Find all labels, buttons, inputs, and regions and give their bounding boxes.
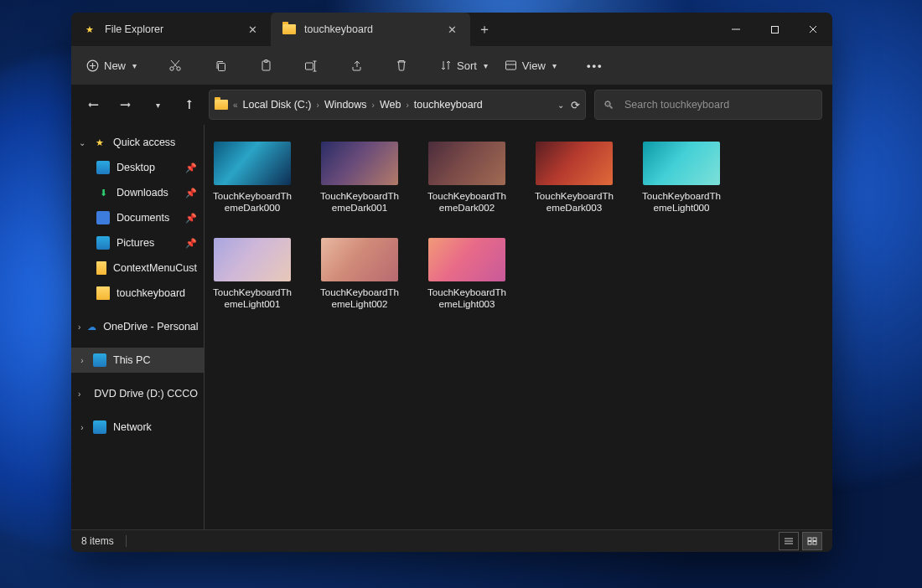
share-button[interactable] <box>335 51 377 80</box>
svg-rect-1 <box>771 26 778 33</box>
file-tile[interactable]: TouchKeyboardThemeDark002 <box>426 142 508 214</box>
ellipsis-icon: ••• <box>587 59 603 72</box>
download-icon: ⬇ <box>96 186 110 199</box>
chevron-down-icon[interactable]: ⌄ <box>557 101 564 110</box>
details-view-button[interactable] <box>779 532 799 550</box>
file-name: TouchKeyboardThemeLight003 <box>426 286 508 311</box>
sidebar-quick-access[interactable]: ⌄ ★ Quick access <box>71 130 204 155</box>
up-button[interactable]: 🠕 <box>177 91 200 118</box>
delete-button[interactable] <box>381 51 422 80</box>
file-tile[interactable]: TouchKeyboardThemeLight000 <box>640 142 723 214</box>
share-icon <box>350 59 363 72</box>
chevron-down-icon: ⌄ <box>78 138 86 147</box>
file-tile[interactable]: TouchKeyboardThemeLight001 <box>211 238 293 311</box>
sidebar-item-onedrive[interactable]: ›☁OneDrive - Personal <box>71 314 204 339</box>
chevron-right-icon: › <box>78 389 80 399</box>
folder-icon <box>215 100 228 110</box>
sidebar-item-label: OneDrive - Personal <box>103 321 198 333</box>
new-label: New <box>104 59 126 72</box>
sidebar-item-label: DVD Drive (D:) CCCO <box>94 388 198 400</box>
view-button[interactable]: View ▾ <box>498 51 563 80</box>
file-name: TouchKeyboardThemeDark000 <box>211 190 293 214</box>
command-bar: New ▾ Sort ▾ View ▾ ••• <box>71 46 832 85</box>
cloud-icon: ☁ <box>87 320 96 333</box>
close-window-button[interactable] <box>794 13 832 46</box>
desktop-icon <box>96 161 110 174</box>
chevron-down-icon: ▾ <box>156 101 160 110</box>
file-name: TouchKeyboardThemeDark002 <box>426 190 508 214</box>
more-button[interactable]: ••• <box>574 51 616 80</box>
file-thumbnail <box>214 142 291 185</box>
crumb-web[interactable]: Web <box>380 99 401 111</box>
cut-button[interactable] <box>154 51 196 80</box>
chevron-right-icon: › <box>78 322 80 332</box>
back-button[interactable]: 🠔 <box>81 91 105 118</box>
sidebar-item-label: Desktop <box>117 162 155 173</box>
star-icon: ★ <box>93 136 106 149</box>
file-name: TouchKeyboardThemeLight002 <box>319 286 401 311</box>
sidebar-item-contextmenu[interactable]: ContextMenuCust <box>71 255 204 281</box>
sidebar-item-this-pc[interactable]: ›This PC <box>71 348 204 373</box>
maximize-button[interactable] <box>755 13 794 46</box>
thumbnails-view-button[interactable] <box>802 532 822 550</box>
paste-button[interactable] <box>245 51 287 80</box>
file-tile[interactable]: TouchKeyboardThemeLight003 <box>426 238 508 311</box>
sort-button[interactable]: Sort ▾ <box>433 51 495 80</box>
file-tile[interactable]: TouchKeyboardThemeLight002 <box>319 238 401 311</box>
address-bar[interactable]: « Local Disk (C:) › Windows › Web › touc… <box>209 90 586 120</box>
crumb-root[interactable]: Local Disk (C:) <box>243 99 312 111</box>
pin-icon: 📌 <box>185 162 197 173</box>
folder-icon <box>96 261 106 275</box>
rename-button[interactable] <box>290 51 332 80</box>
chevron-down-icon: ▾ <box>552 61 557 70</box>
sidebar-item-documents[interactable]: Documents📌 <box>71 205 204 230</box>
svg-rect-25 <box>808 542 811 545</box>
search-icon: 🔍︎ <box>603 99 614 111</box>
file-tile[interactable]: TouchKeyboardThemeDark003 <box>533 142 615 214</box>
sort-label: Sort <box>457 59 477 72</box>
file-tile[interactable]: TouchKeyboardThemeDark000 <box>211 142 293 214</box>
sidebar-item-desktop[interactable]: Desktop📌 <box>71 155 204 180</box>
sidebar-item-pictures[interactable]: Pictures📌 <box>71 230 204 255</box>
crumb-touchkeyboard[interactable]: touchkeyboard <box>414 99 483 111</box>
chevron-right-icon: › <box>78 423 86 432</box>
chevron-right-icon: › <box>372 101 375 110</box>
sidebar-item-dvd[interactable]: ›DVD Drive (D:) CCCO <box>71 381 204 406</box>
star-icon: ★ <box>83 23 96 36</box>
rename-icon <box>304 59 318 72</box>
document-icon <box>96 211 110 224</box>
file-list[interactable]: TouchKeyboardThemeDark000TouchKeyboardTh… <box>205 125 832 529</box>
crumb-windows[interactable]: Windows <box>324 99 367 111</box>
new-button[interactable]: New ▾ <box>80 51 143 80</box>
minimize-button[interactable] <box>717 13 755 46</box>
sidebar-item-network[interactable]: ›Network <box>71 415 204 440</box>
file-explorer-window: ★ File Explorer ✕ touchkeyboard ✕ ＋ New … <box>71 13 832 552</box>
pin-icon: 📌 <box>185 213 197 224</box>
folder-icon <box>96 286 110 300</box>
sidebar-item-label: Pictures <box>117 237 154 249</box>
file-thumbnail <box>321 142 398 185</box>
separator <box>126 535 127 547</box>
copy-button[interactable] <box>199 51 241 80</box>
file-tile[interactable]: TouchKeyboardThemeDark001 <box>319 142 401 214</box>
file-name: TouchKeyboardThemeDark003 <box>533 190 615 214</box>
forward-button[interactable]: 🠖 <box>113 91 137 118</box>
svg-rect-14 <box>306 63 313 70</box>
svg-rect-11 <box>218 63 225 70</box>
chevron-down-icon: ▾ <box>132 61 137 70</box>
sort-icon <box>440 59 452 71</box>
close-tab-icon[interactable]: ✕ <box>445 23 458 36</box>
close-tab-icon[interactable]: ✕ <box>246 23 259 36</box>
add-tab-button[interactable]: ＋ <box>470 13 499 46</box>
copy-icon <box>215 59 227 72</box>
network-icon <box>93 420 106 434</box>
search-box[interactable]: 🔍︎ <box>594 90 822 120</box>
tab-touchkeyboard[interactable]: touchkeyboard ✕ <box>271 13 470 46</box>
sidebar-item-downloads[interactable]: ⬇Downloads📌 <box>71 180 204 205</box>
sidebar-item-label: This PC <box>113 354 150 366</box>
refresh-button[interactable]: ⟳ <box>571 99 580 111</box>
sidebar-item-touchkeyboard[interactable]: touchkeyboard <box>71 281 204 306</box>
search-input[interactable] <box>623 98 813 111</box>
tab-file-explorer[interactable]: ★ File Explorer ✕ <box>71 13 271 46</box>
recent-locations-button[interactable]: ▾ <box>145 91 168 118</box>
